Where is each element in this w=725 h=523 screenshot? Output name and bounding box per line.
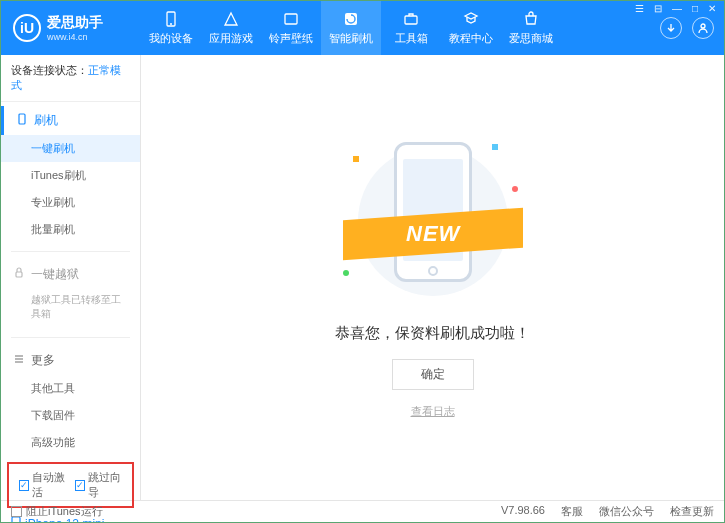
jailbreak-note: 越狱工具已转移至工具箱 bbox=[1, 289, 140, 329]
sidebar-item-itunes-flash[interactable]: iTunes刷机 bbox=[1, 162, 140, 189]
nav-apps-games[interactable]: 应用游戏 bbox=[201, 1, 261, 55]
nav-my-device[interactable]: 我的设备 bbox=[141, 1, 201, 55]
minimize-icon[interactable]: — bbox=[670, 3, 684, 14]
version-label: V7.98.66 bbox=[501, 504, 545, 519]
app-subtitle: www.i4.cn bbox=[47, 32, 103, 42]
sidebar-jailbreak-header: 一键越狱 bbox=[1, 260, 140, 289]
menu-icon[interactable]: ☰ bbox=[633, 3, 646, 14]
app-title: 爱思助手 bbox=[47, 14, 103, 32]
header-actions bbox=[660, 17, 724, 39]
sidebar-item-download-firmware[interactable]: 下载固件 bbox=[1, 402, 140, 429]
menu-icon bbox=[13, 353, 25, 368]
download-button[interactable] bbox=[660, 17, 682, 39]
checkbox-block-itunes[interactable]: 阻止iTunes运行 bbox=[11, 504, 103, 519]
view-log-link[interactable]: 查看日志 bbox=[411, 404, 455, 419]
customer-service-link[interactable]: 客服 bbox=[561, 504, 583, 519]
wallpaper-icon bbox=[282, 10, 300, 28]
checkbox-skip-guide[interactable]: ✓ 跳过向导 bbox=[75, 470, 123, 500]
main-content: NEW 恭喜您，保资料刷机成功啦！ 确定 查看日志 bbox=[141, 55, 724, 500]
app-header: iU 爱思助手 www.i4.cn 我的设备 应用游戏 铃声壁纸 智能刷机 工具… bbox=[1, 1, 724, 55]
svg-rect-6 bbox=[19, 114, 25, 124]
app-logo-icon: iU bbox=[13, 14, 41, 42]
flash-icon bbox=[342, 10, 360, 28]
success-illustration: NEW bbox=[343, 136, 523, 306]
sidebar-item-advanced[interactable]: 高级功能 bbox=[1, 429, 140, 456]
logo-area: iU 爱思助手 www.i4.cn bbox=[1, 14, 141, 42]
checkbox-icon bbox=[11, 506, 22, 517]
svg-rect-2 bbox=[285, 14, 297, 24]
success-message: 恭喜您，保资料刷机成功啦！ bbox=[335, 324, 530, 343]
nav-smart-flash[interactable]: 智能刷机 bbox=[321, 1, 381, 55]
svg-rect-4 bbox=[405, 16, 417, 24]
sidebar-item-batch-flash[interactable]: 批量刷机 bbox=[1, 216, 140, 243]
sidebar-more-header[interactable]: 更多 bbox=[1, 346, 140, 375]
svg-rect-7 bbox=[16, 272, 22, 277]
device-icon bbox=[162, 10, 180, 28]
toolbox-icon bbox=[402, 10, 420, 28]
checkbox-icon: ✓ bbox=[19, 480, 29, 491]
confirm-button[interactable]: 确定 bbox=[392, 359, 474, 390]
wechat-link[interactable]: 微信公众号 bbox=[599, 504, 654, 519]
tutorial-icon bbox=[462, 10, 480, 28]
apps-icon bbox=[222, 10, 240, 28]
phone-icon bbox=[16, 113, 28, 128]
main-nav: 我的设备 应用游戏 铃声壁纸 智能刷机 工具箱 教程中心 爱思商城 bbox=[141, 1, 660, 55]
nav-toolbox[interactable]: 工具箱 bbox=[381, 1, 441, 55]
checkbox-icon: ✓ bbox=[75, 480, 85, 491]
lock-icon bbox=[13, 267, 25, 282]
sidebar-flash-header[interactable]: 刷机 bbox=[1, 106, 140, 135]
sidebar-item-other-tools[interactable]: 其他工具 bbox=[1, 375, 140, 402]
sidebar-item-one-click-flash[interactable]: 一键刷机 bbox=[1, 135, 140, 162]
store-icon bbox=[522, 10, 540, 28]
options-highlight-box: ✓ 自动激活 ✓ 跳过向导 bbox=[7, 462, 134, 508]
checkbox-auto-activate[interactable]: ✓ 自动激活 bbox=[19, 470, 67, 500]
nav-store[interactable]: 爱思商城 bbox=[501, 1, 561, 55]
window-controls: ☰ ⊟ — □ ✕ bbox=[633, 3, 718, 14]
user-button[interactable] bbox=[692, 17, 714, 39]
sidebar-item-pro-flash[interactable]: 专业刷机 bbox=[1, 189, 140, 216]
close-icon[interactable]: ✕ bbox=[706, 3, 718, 14]
check-update-link[interactable]: 检查更新 bbox=[670, 504, 714, 519]
maximize-icon[interactable]: □ bbox=[690, 3, 700, 14]
nav-tutorials[interactable]: 教程中心 bbox=[441, 1, 501, 55]
svg-point-5 bbox=[701, 24, 705, 28]
nav-ringtone-wallpaper[interactable]: 铃声壁纸 bbox=[261, 1, 321, 55]
sidebar: 设备连接状态：正常模式 刷机 一键刷机 iTunes刷机 专业刷机 批量刷机 一… bbox=[1, 55, 141, 500]
connection-status: 设备连接状态：正常模式 bbox=[1, 55, 140, 102]
lock-icon[interactable]: ⊟ bbox=[652, 3, 664, 14]
